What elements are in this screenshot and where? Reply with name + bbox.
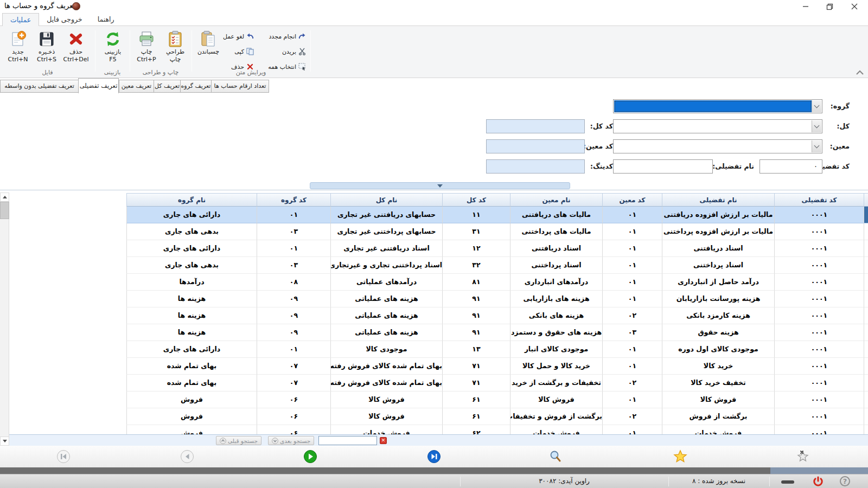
grid-cell[interactable]: ۷۱: [442, 358, 510, 375]
restore-button[interactable]: [818, 0, 842, 13]
grid-cell[interactable]: ۰۱: [602, 425, 662, 434]
grid-cell[interactable]: اسناد پرداختنی تجاری و غیرتجاری: [330, 257, 442, 274]
row-indicator[interactable]: [864, 341, 868, 358]
help-button[interactable]: ?: [840, 476, 850, 486]
row-indicator[interactable]: [864, 307, 868, 324]
grid-cell[interactable]: ۷۱: [442, 375, 510, 391]
grid-cell[interactable]: ۰۰۰۱: [774, 425, 864, 434]
grid-cell[interactable]: مالیات بر ارزش افزوده دریافتنی: [662, 207, 774, 223]
grid-cell[interactable]: ۰۰۰۱: [774, 375, 864, 391]
grid-header-indicator[interactable]: [864, 193, 868, 207]
search-records-button[interactable]: [548, 450, 563, 464]
grid-cell[interactable]: ۰۱: [602, 257, 662, 274]
grid-cell[interactable]: ۰۱: [257, 240, 330, 257]
grid-cell[interactable]: دارائی های جاری: [126, 207, 257, 223]
grid-cell[interactable]: فروش: [126, 391, 257, 408]
grid-cell[interactable]: ۹۱: [442, 307, 510, 324]
row-indicator[interactable]: [864, 240, 868, 257]
grid-cell[interactable]: خرید کالا و حمل کالا: [510, 358, 602, 375]
row-indicator[interactable]: [864, 257, 868, 274]
grid-cell[interactable]: ۰۰۰۱: [774, 274, 864, 291]
grid-cell[interactable]: ۳۲: [442, 257, 510, 274]
grid-cell[interactable]: فروش خدمات: [510, 425, 602, 434]
grid-cell[interactable]: موجودی کالای انبار: [510, 341, 602, 358]
chevron-down-icon[interactable]: [812, 120, 821, 132]
grid-cell[interactable]: هزینه ها: [126, 291, 257, 307]
grid-cell[interactable]: برگشت از فروش و تخفیفات: [510, 408, 602, 425]
grid-cell[interactable]: فروش خدمات: [662, 425, 774, 434]
grid-cell[interactable]: ۰۶: [257, 391, 330, 408]
search-input[interactable]: [318, 436, 377, 445]
grid-cell[interactable]: ۶۲: [442, 425, 510, 434]
undo-button[interactable]: لغو عمل: [219, 31, 254, 42]
table-row[interactable]: ۰۰۰۱اسناد پرداختنی۰۱اسناد پرداختنی۳۲اسنا…: [126, 257, 868, 274]
grid-cell[interactable]: ۰۲: [602, 307, 662, 324]
grid-cell[interactable]: درآمدهای انبارداری: [510, 274, 602, 291]
grid-cell[interactable]: فروش: [126, 408, 257, 425]
table-row[interactable]: ۰۰۰۱تخفیف خرید کالا۰۲تخفیفات و برگشت از …: [126, 375, 868, 391]
tab-help[interactable]: راهنما: [90, 13, 122, 26]
grid-cell[interactable]: ۰۱: [602, 223, 662, 240]
grid-cell[interactable]: ۰۰۰۱: [774, 240, 864, 257]
table-row[interactable]: ۰۰۰۱هزینه حقوق۰۳هزینه های حقوق و دستمزد۹…: [126, 324, 868, 341]
save-button[interactable]: ذخـیره Ctrl+S: [33, 29, 61, 73]
grid-column-header[interactable]: نام معین: [510, 193, 602, 207]
grid-cell[interactable]: مالیات بر ارزش افزوده پرداختنی: [662, 223, 774, 240]
group-combobox[interactable]: [613, 99, 822, 113]
grid-cell[interactable]: هزینه های بانکی: [510, 307, 602, 324]
grid-cell[interactable]: ۰۰۰۱: [774, 257, 864, 274]
grid-cell[interactable]: اسناد پرداختنی: [510, 257, 602, 274]
minimize-button[interactable]: [793, 0, 818, 13]
grid-column-header[interactable]: کد گروه: [257, 193, 330, 207]
print-design-button[interactable]: طراحي چاپ: [161, 29, 190, 73]
grid-cell[interactable]: ۹۱: [442, 324, 510, 341]
grid-cell[interactable]: اسناد پرداختنی: [662, 257, 774, 274]
scrollbar-thumb[interactable]: [0, 202, 9, 219]
paste-button[interactable]: چسباندن: [194, 29, 222, 73]
last-record-button[interactable]: [427, 450, 441, 464]
tab-file-export[interactable]: خروجی فایل: [39, 13, 90, 26]
table-row[interactable]: ۰۰۰۱هزینه کارمزد بانکی۰۲هزینه های بانکی۹…: [126, 307, 868, 324]
grid-cell[interactable]: بدهی های جاری: [126, 223, 257, 240]
grid-cell[interactable]: ۸۱: [442, 274, 510, 291]
tab-operations[interactable]: عملیات: [2, 13, 39, 26]
close-button[interactable]: [842, 0, 866, 13]
copy-button[interactable]: کپی: [219, 46, 254, 57]
table-row[interactable]: ۰۰۰۱درآمد حاصل از انبارداری۰۱درآمدهای ان…: [126, 274, 868, 291]
kol-code-field[interactable]: [486, 119, 585, 133]
tab-define-moein[interactable]: تعریف معین: [119, 80, 154, 93]
grid-cell[interactable]: ۰۱: [602, 341, 662, 358]
grid-cell[interactable]: ۱۲: [442, 240, 510, 257]
tafzili-name-field[interactable]: [613, 159, 713, 174]
delete-button[interactable]: حذف Ctrl+Del: [61, 29, 91, 73]
moein-combobox[interactable]: [613, 139, 822, 153]
grid-cell[interactable]: ۰۳: [602, 324, 662, 341]
grid-cell[interactable]: خرید کالا: [662, 358, 774, 375]
grid-column-header[interactable]: کد تفضیلی: [774, 193, 864, 207]
table-row[interactable]: ۰۰۰۱برگشت از فروش۰۲برگشت از فروش و تخفیف…: [126, 408, 868, 425]
grid-cell[interactable]: فروش: [126, 425, 257, 434]
customize-button[interactable]: [796, 450, 810, 464]
vertical-scrollbar[interactable]: [0, 192, 9, 446]
moein-code-field[interactable]: [486, 139, 585, 153]
table-row[interactable]: ۰۰۰۱فروش کالا۰۱فروش کالا۶۱فروش کالا۰۶فرو…: [126, 391, 868, 408]
grid-cell[interactable]: هزینه های بازاریابی: [510, 291, 602, 307]
grid-cell[interactable]: ۰۶: [257, 408, 330, 425]
grid-cell[interactable]: فروش کالا: [330, 391, 442, 408]
kol-combobox[interactable]: [613, 119, 822, 133]
grid-cell[interactable]: موجودی کالا: [330, 341, 442, 358]
grid-cell[interactable]: ۰۲: [602, 375, 662, 391]
grid-cell[interactable]: ۰۱: [602, 240, 662, 257]
grid-cell[interactable]: ۰۱: [257, 341, 330, 358]
table-row[interactable]: ۰۰۰۱مالیات بر ارزش افزوده پرداختنی۰۱مالی…: [126, 223, 868, 240]
grid-cell[interactable]: دارائی های جاری: [126, 240, 257, 257]
grid-cell[interactable]: تخفیف خرید کالا: [662, 375, 774, 391]
grid-cell[interactable]: فروش کالا: [330, 408, 442, 425]
grid-cell[interactable]: درآمدهای عملیاتی: [330, 274, 442, 291]
grid-cell[interactable]: حسابهای دریافتنی غیر تجاری: [330, 207, 442, 223]
tab-define-tafzili-direct[interactable]: تعریف تفضیلی بدون واسطه: [0, 80, 78, 93]
grid-cell[interactable]: فروش کالا: [662, 391, 774, 408]
grid-cell[interactable]: ۰۱: [602, 207, 662, 223]
previous-record-button[interactable]: [180, 450, 194, 464]
row-indicator[interactable]: [864, 375, 868, 391]
